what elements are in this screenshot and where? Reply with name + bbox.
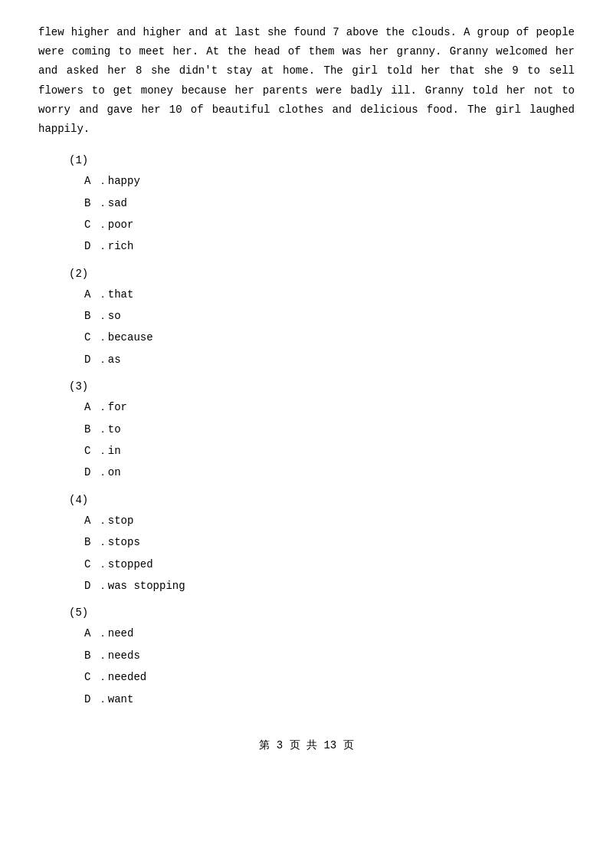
question-3-option-c: C ．in (84, 442, 575, 459)
question-1: (1)A ．happyB ．sadC ．poorD ．rich (38, 154, 575, 255)
question-2-option-d: D ．as (84, 351, 575, 368)
question-4-option-a: A ．stop (84, 512, 575, 529)
question-1-option-a: A ．happy (84, 173, 575, 189)
question-3-option-b: B ．to (84, 421, 575, 438)
question-3-option-a: A ．for (84, 399, 575, 416)
question-1-option-d: D ．rich (84, 238, 575, 255)
page-footer: 第 3 页 共 13 页 (38, 738, 575, 752)
question-5-option-a: A ．need (84, 625, 575, 642)
question-1-number: (1) (69, 154, 575, 166)
question-1-option-c: C ．poor (84, 216, 575, 233)
question-3-option-d: D ．on (84, 464, 575, 481)
question-5-option-d: D ．want (84, 691, 575, 708)
question-1-option-b: B ．sad (84, 195, 575, 212)
question-5-option-c: C ．needed (84, 669, 575, 686)
question-4-option-d: D ．was stopping (84, 577, 575, 594)
question-2-option-b: B ．so (84, 307, 575, 324)
question-4: (4)A ．stopB ．stopsC ．stoppedD ．was stopp… (38, 494, 575, 595)
question-4-number: (4) (69, 494, 575, 506)
question-4-option-c: C ．stopped (84, 556, 575, 573)
questions-container: (1)A ．happyB ．sadC ．poorD ．rich(2)A ．tha… (38, 154, 575, 708)
question-2-option-a: A ．that (84, 286, 575, 303)
question-5-option-b: B ．needs (84, 647, 575, 664)
question-3: (3)A ．forB ．toC ．inD ．on (38, 380, 575, 482)
passage: flew higher and higher and at last she f… (38, 23, 575, 139)
question-2: (2)A ．thatB ．soC ．becauseD ．as (38, 268, 575, 369)
question-4-option-b: B ．stops (84, 534, 575, 551)
question-2-option-c: C ．because (84, 329, 575, 346)
question-5-number: (5) (69, 607, 575, 619)
question-2-number: (2) (69, 268, 575, 280)
question-3-number: (3) (69, 380, 575, 393)
question-5: (5)A ．needB ．needsC ．neededD ．want (38, 607, 575, 708)
